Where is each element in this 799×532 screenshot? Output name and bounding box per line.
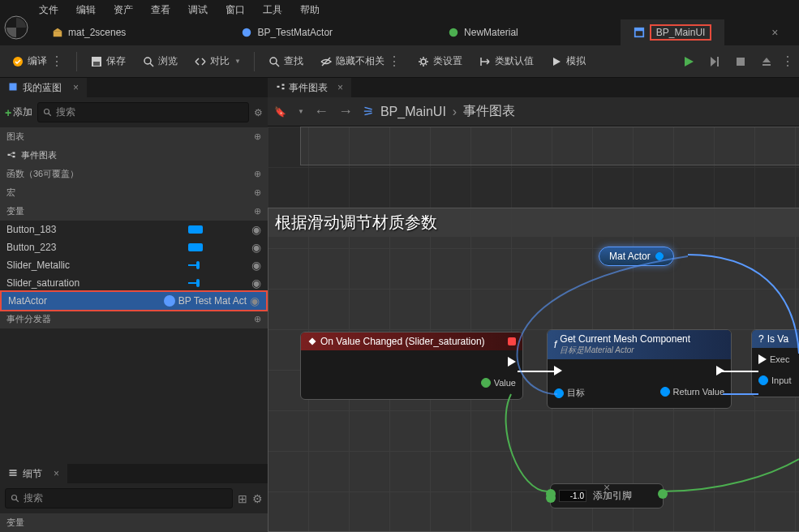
delegate-pin[interactable] <box>508 337 516 345</box>
class-defaults-button[interactable]: 类默认值 <box>472 50 540 73</box>
class-settings-button[interactable]: 类设置 <box>410 50 469 73</box>
find-button[interactable]: 查找 <box>261 50 310 73</box>
return-output-pin[interactable] <box>660 387 670 397</box>
details-search-input[interactable]: 搜索 <box>5 488 233 508</box>
panel-title: 我的蓝图 <box>23 81 62 95</box>
settings-gear-icon[interactable]: ⚙ <box>254 107 263 118</box>
variable-node-matactor[interactable]: Mat Actor <box>599 247 674 266</box>
target-input-pin[interactable] <box>554 388 564 398</box>
pin-bl[interactable] <box>546 493 556 503</box>
stop-button[interactable] <box>729 50 752 73</box>
simulate-button[interactable]: 模拟 <box>543 50 592 73</box>
breadcrumb-current[interactable]: 事件图表 <box>463 103 515 120</box>
value-output-pin[interactable] <box>481 378 491 388</box>
add-macro-icon[interactable]: ⊕ <box>254 187 261 198</box>
add-button[interactable]: + 添加 <box>5 105 32 119</box>
event-graph-item[interactable]: 事件图表 <box>0 146 268 165</box>
comment-box-top[interactable] <box>300 127 799 165</box>
add-graph-icon[interactable]: ⊕ <box>254 131 261 142</box>
dropdown-icon[interactable]: ⋮ <box>388 54 401 69</box>
menu-help[interactable]: 帮助 <box>300 3 320 17</box>
gear-icon <box>417 55 430 68</box>
hide-unrelated-button[interactable]: 隐藏不相关 ⋮ <box>313 50 407 73</box>
type-icon <box>188 261 203 269</box>
exec-input-pin[interactable] <box>758 354 767 364</box>
close-icon[interactable]: × <box>604 481 610 494</box>
compile-button[interactable]: 编译 ⋮ <box>5 50 70 73</box>
menu-tools[interactable]: 工具 <box>263 3 282 17</box>
exec-output-pin[interactable] <box>508 357 516 367</box>
tab-newmaterial[interactable]: NewMaterial <box>435 19 531 45</box>
add-pin-node[interactable]: × 添加引脚 <box>550 483 664 508</box>
svg-line-11 <box>150 63 153 66</box>
exec-output-pin[interactable] <box>716 366 724 375</box>
tab-testmatactor[interactable]: BP_TestMatActor <box>228 19 346 45</box>
dropdown-icon[interactable]: ▼ <box>298 108 304 115</box>
close-icon[interactable]: × <box>54 468 59 479</box>
exec-input-pin[interactable] <box>554 366 562 375</box>
pin-tr[interactable] <box>658 489 668 499</box>
my-blueprint-tab[interactable]: 我的蓝图 × <box>0 78 87 97</box>
output-pin[interactable] <box>655 252 664 260</box>
function-node-isvalid[interactable]: ? Is Va Exec Input <box>751 329 799 397</box>
play-options-icon[interactable]: ⋮ <box>781 54 794 69</box>
tab-mainui[interactable]: BP_MainUI × <box>621 19 725 45</box>
close-icon[interactable]: × <box>337 82 343 93</box>
variable-matactor[interactable]: MatActor BP Test Mat Act ◉ <box>0 290 268 311</box>
details-variable-category[interactable]: 变量 <box>0 513 268 532</box>
variable-slider-saturation[interactable]: Slider_saturation ◉ <box>0 274 268 292</box>
function-node-getcurrentmesh[interactable]: f Get Current Mesh Component 目标是Material… <box>547 329 732 409</box>
visibility-icon[interactable]: ◉ <box>251 223 261 236</box>
settings-gear-icon[interactable]: ⚙ <box>252 492 263 505</box>
visibility-icon[interactable]: ◉ <box>251 241 261 254</box>
details-icon <box>8 468 18 480</box>
visibility-icon[interactable]: ◉ <box>250 294 260 307</box>
menu-view[interactable]: 查看 <box>151 3 170 17</box>
input-pin[interactable] <box>758 375 768 385</box>
dropdown-icon[interactable]: ⋮ <box>50 54 63 69</box>
menu-edit[interactable]: 编辑 <box>76 3 96 17</box>
category-macros[interactable]: 宏 ⊕ <box>0 183 268 202</box>
value-input[interactable] <box>559 490 586 502</box>
close-icon[interactable]: × <box>73 82 79 93</box>
svg-line-13 <box>276 63 279 66</box>
details-tab[interactable]: 细节 × <box>0 464 67 483</box>
tab-close-icon[interactable]: × <box>771 26 778 39</box>
tab-mat2scenes[interactable]: mat_2scenes <box>39 19 139 45</box>
add-dispatcher-icon[interactable]: ⊕ <box>254 314 261 324</box>
menu-asset[interactable]: 资产 <box>114 3 133 17</box>
step-button[interactable] <box>703 50 726 73</box>
diff-button[interactable]: 对比 ▼ <box>187 50 247 73</box>
nav-forward-icon[interactable]: → <box>338 103 353 120</box>
browse-button[interactable]: 浏览 <box>135 50 184 73</box>
variable-slider-metallic[interactable]: Slider_Metallic ◉ <box>0 256 268 274</box>
variable-button223[interactable]: Button_223 ◉ <box>0 238 268 256</box>
play-button[interactable] <box>677 50 700 73</box>
comment-title[interactable]: 根据滑动调节材质参数 <box>268 208 799 237</box>
svg-rect-32 <box>10 474 17 476</box>
add-function-icon[interactable]: ⊕ <box>254 169 261 179</box>
category-dispatchers[interactable]: 事件分发器 ⊕ <box>0 310 268 328</box>
nav-back-icon[interactable]: ← <box>314 103 329 120</box>
event-node-onvaluechanged[interactable]: On Value Changed (Slider_saturation) Val… <box>300 332 523 400</box>
category-graphs[interactable]: 图表 ⊕ <box>0 127 268 146</box>
save-button[interactable]: 保存 <box>84 50 132 73</box>
graph-canvas[interactable]: 根据滑动调节材质参数 Mat Actor On Value Changed (S… <box>268 127 799 532</box>
visibility-icon[interactable]: ◉ <box>251 259 261 272</box>
grid-view-icon[interactable]: ⊞ <box>238 492 247 505</box>
add-pin-label[interactable]: 添加引脚 <box>593 489 632 503</box>
variable-button183[interactable]: Button_183 ◉ <box>0 221 268 238</box>
menu-file[interactable]: 文件 <box>39 3 58 17</box>
menu-debug[interactable]: 调试 <box>188 3 208 17</box>
event-graph-tab[interactable]: 事件图表 × <box>268 78 351 97</box>
visibility-icon[interactable]: ◉ <box>251 277 261 290</box>
breadcrumb-root[interactable]: BP_MainUI <box>380 105 446 119</box>
menu-window[interactable]: 窗口 <box>226 3 245 17</box>
bookmark-icon[interactable]: 🔖 <box>274 106 286 118</box>
add-variable-icon[interactable]: ⊕ <box>254 206 261 217</box>
svg-point-12 <box>270 58 277 64</box>
category-functions[interactable]: 函数（36可覆盖） ⊕ <box>0 165 268 183</box>
category-variables[interactable]: 变量 ⊕ <box>0 202 268 221</box>
search-input[interactable]: 搜索 <box>37 102 249 122</box>
eject-button[interactable] <box>755 50 778 73</box>
